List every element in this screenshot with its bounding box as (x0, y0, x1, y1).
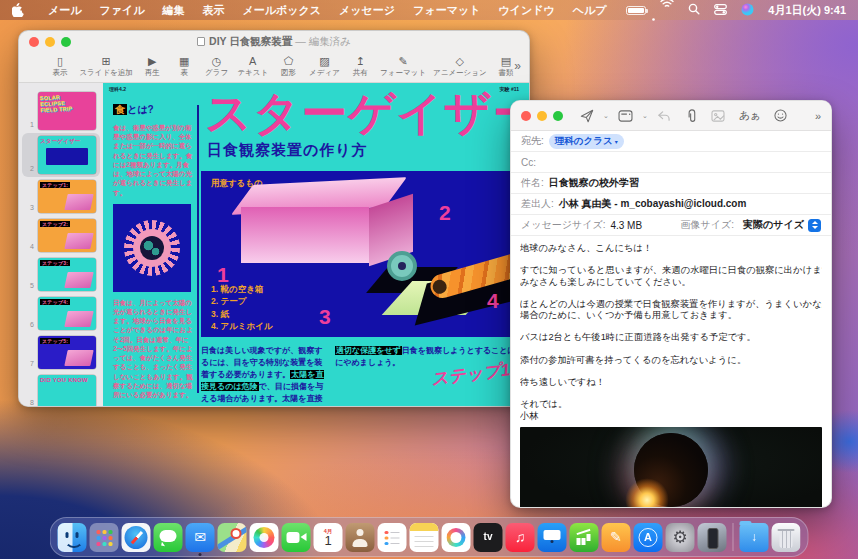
toolbar-button[interactable]: ✎ フォーマット (377, 55, 428, 78)
slide-thumbnail-row[interactable]: 6 ステップ4: (22, 294, 100, 333)
battery-icon[interactable] (626, 6, 646, 15)
dock-icon[interactable] (698, 523, 727, 552)
dock-icon[interactable] (538, 523, 567, 552)
send-button[interactable] (573, 109, 601, 123)
dock-icon[interactable] (58, 523, 87, 552)
dock-icon[interactable]: tv (474, 523, 503, 552)
slide-thumbnail-row[interactable]: 2 スターゲイザー (22, 133, 100, 177)
slide-thumbnail[interactable]: DID YOU KNOW (38, 375, 96, 407)
zoom-button[interactable] (553, 111, 563, 121)
subject-field-row[interactable]: 件名: 日食観察の校外学習 (511, 173, 831, 194)
materials-list-item: 2. テープ (211, 295, 273, 307)
dock-icon[interactable] (378, 523, 407, 552)
warning-text-column-1[interactable]: 日食は美しい現象ですが、観察するには、目を守る特別な装置を装着する必要があります… (201, 345, 329, 407)
slide-thumbnail[interactable]: ステップ3: (38, 258, 96, 291)
dock-icon[interactable] (570, 523, 599, 552)
menu-clock[interactable]: 4月1日(火) 9:41 (768, 3, 846, 18)
header-fields-chevron[interactable]: ⌄ (640, 112, 650, 120)
toolbar-button[interactable]: ▶ 再生 (137, 55, 167, 78)
toolbar-button[interactable]: ↥ 共有 (345, 55, 375, 78)
toolbar-more-icon[interactable]: » (815, 110, 821, 122)
toolbar-button[interactable]: ⬠ 図形 (274, 55, 304, 78)
slide-subtitle[interactable]: 日食観察装置の作り方 (207, 141, 368, 160)
slide-thumbnail[interactable]: ステップ1: (38, 180, 96, 213)
toolbar-button[interactable]: ⊞ スライドを追加 (77, 55, 135, 78)
toolbar-button[interactable]: ◇ アニメーション (431, 55, 489, 78)
slide-thumbnail-row[interactable]: 7 ステップ5: (22, 333, 100, 372)
from-field-row[interactable]: 差出人: 小林 真由美 - m_cobayashi@icloud.com (511, 194, 831, 215)
menu-item[interactable]: 編集 (154, 3, 194, 18)
dock-icon[interactable]: 4月 1 (314, 523, 343, 552)
toolbar-button[interactable]: ▯ 表示 (45, 55, 75, 78)
menu-item[interactable]: 表示 (194, 3, 234, 18)
message-body[interactable]: 地球のみなさん、こんにちは！すでに知っていると思いますが、来週の水曜日に日食の観… (511, 236, 831, 422)
dock-icon[interactable] (346, 523, 375, 552)
control-center-icon[interactable] (714, 4, 727, 17)
dock-icon[interactable] (154, 523, 183, 552)
menu-item[interactable]: ウインドウ (489, 3, 563, 18)
slide-thumbnail[interactable]: スターゲイザー (38, 136, 96, 174)
slide-thumbnail-row[interactable]: 3 ステップ1: (22, 177, 100, 216)
menu-item[interactable]: フォーマット (404, 3, 489, 18)
slide-canvas[interactable]: 理科4.2 実験 #11 食とは? 食は、衛星や惑星が別の衛星や惑星の影に入り、… (103, 83, 529, 407)
toolbar-button-label: 表示 (53, 68, 68, 78)
slide-thumbnail[interactable]: ステップ5: (38, 336, 96, 369)
attach-button[interactable] (678, 109, 704, 123)
dock-icon[interactable]: ✉ (186, 523, 215, 552)
siri-icon[interactable] (741, 3, 754, 18)
slide-thumbnail-row[interactable]: 1 SOLAR ECLIPSE FIELD TRIP (22, 89, 100, 133)
dock-icon[interactable]: ✎ (602, 523, 631, 552)
slide-thumbnail[interactable]: ステップ4: (38, 297, 96, 330)
dock-icon[interactable] (90, 523, 119, 552)
dock-icon[interactable] (442, 523, 471, 552)
dock-icon[interactable] (218, 523, 247, 552)
send-options-chevron[interactable]: ⌄ (601, 112, 611, 120)
solar-eclipse-paragraph[interactable]: 日食は、月によって太陽の光が遮られるときに発生します。地球から日食を見ることがで… (113, 298, 193, 399)
eclipse-definition-heading[interactable]: 食とは? (113, 103, 193, 117)
toolbar-overflow-icon[interactable]: » (514, 59, 521, 73)
menu-item[interactable]: メッセージ (330, 3, 404, 18)
close-button[interactable] (521, 111, 531, 121)
toolbar-button[interactable]: ◷ グラフ (201, 55, 232, 78)
menu-item[interactable]: メール (39, 3, 91, 18)
apple-menu[interactable] (12, 3, 25, 17)
dock-icon[interactable]: ⚙ (666, 523, 695, 552)
menu-item[interactable]: ヘルプ (564, 3, 616, 18)
slide-thumbnail-row[interactable]: 4 ステップ2: (22, 216, 100, 255)
slide-thumbnail-row[interactable]: 5 ステップ3: (22, 255, 100, 294)
emoji-button[interactable] (767, 109, 794, 122)
slide-thumbnail[interactable]: SOLAR ECLIPSE FIELD TRIP (38, 92, 96, 130)
toolbar-button[interactable]: A テキスト (234, 55, 272, 78)
minimize-button[interactable] (537, 111, 547, 121)
to-recipient-token[interactable]: 理科のクラス▾ (549, 134, 624, 149)
image-size-dropdown[interactable] (808, 219, 821, 232)
menu-item[interactable]: ファイル (91, 3, 154, 18)
dock-icon[interactable] (772, 523, 801, 552)
document-proxy-icon[interactable] (197, 37, 205, 46)
cc-field-row[interactable]: Cc: (511, 152, 831, 173)
slide-thumbnail[interactable]: ステップ2: (38, 219, 96, 252)
dock-icon[interactable]: A (634, 523, 663, 552)
slide-title[interactable]: スターゲイザー (205, 83, 529, 145)
dock-icon[interactable] (122, 523, 151, 552)
dock-icon[interactable] (250, 523, 279, 552)
shoebox-front-art (241, 207, 369, 263)
toolbar-button[interactable]: ▨ メディア (306, 55, 344, 78)
dock-icon[interactable]: ♫ (506, 523, 535, 552)
toolbar-button[interactable]: ▦ 表 (169, 55, 199, 78)
slide-thumbnail-row[interactable]: 8 DID YOU KNOW (22, 372, 100, 407)
header-fields-button[interactable] (611, 110, 640, 122)
menu-item[interactable]: メールボックス (234, 3, 331, 18)
image-size-value: 実際のサイズ (743, 218, 804, 232)
dock-icon[interactable] (410, 523, 439, 552)
sun-illustration-panel[interactable] (113, 204, 191, 292)
wifi-icon[interactable] (660, 0, 674, 23)
format-button[interactable]: あぁ (732, 108, 768, 123)
eclipse-attachment-image[interactable] (520, 427, 822, 508)
spotlight-icon[interactable] (688, 3, 700, 17)
dock-icon[interactable] (740, 523, 769, 552)
to-field-row[interactable]: 宛先: 理科のクラス▾ (511, 131, 831, 152)
materials-panel[interactable]: 用意するもの 1 2 3 4 1. 靴の空き箱2. テープ3. 紙4. アル (201, 171, 529, 337)
dock-icon[interactable] (282, 523, 311, 552)
eclipse-definition-paragraph[interactable]: 食は、衛星や惑星が別の衛星や惑星の影に入り、全体または一部が一時的に遮られるとき… (113, 123, 193, 197)
